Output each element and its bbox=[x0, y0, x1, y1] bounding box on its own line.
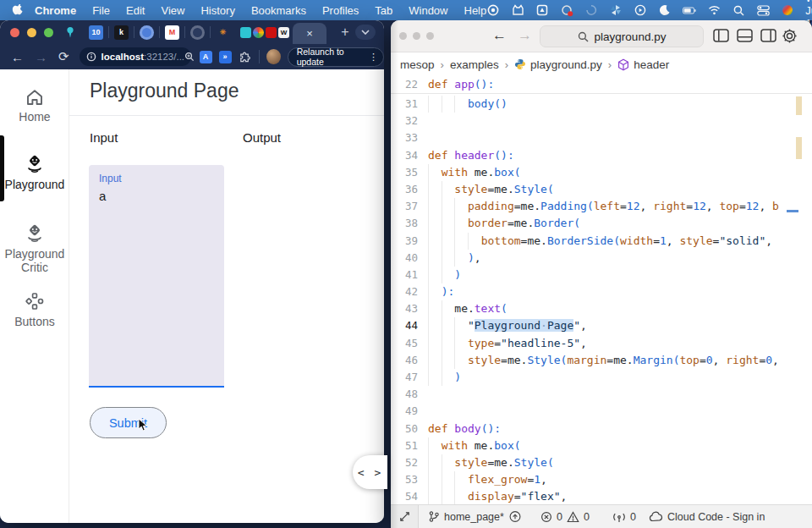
forward-button[interactable]: → bbox=[35, 50, 47, 64]
code-line-36[interactable]: 36style=me.Style( bbox=[391, 181, 812, 198]
menu-help[interactable]: Help bbox=[464, 4, 487, 17]
ide-search-bar[interactable]: playground.py bbox=[540, 25, 704, 47]
pinned-tab-favicon[interactable]: 10 bbox=[89, 25, 103, 40]
back-button[interactable]: ← bbox=[11, 50, 24, 64]
menu-view[interactable]: View bbox=[161, 4, 184, 17]
line-number[interactable]: 52 bbox=[391, 454, 428, 471]
extension-icon[interactable]: » bbox=[219, 51, 232, 63]
forwarded-ports-indicator[interactable]: 0 bbox=[612, 505, 636, 528]
reload-button[interactable]: ⟳ bbox=[58, 49, 69, 64]
pinned-tab-favicon[interactable]: k bbox=[114, 25, 129, 40]
code-line-51[interactable]: 51with me.box( bbox=[391, 437, 812, 454]
menu-file[interactable]: File bbox=[92, 4, 110, 17]
browser-menu-kebab-icon[interactable]: ⋮ bbox=[369, 52, 378, 63]
minimize-window-button[interactable] bbox=[27, 28, 36, 37]
box-upload-icon[interactable] bbox=[535, 3, 549, 17]
tab-search-chevron-button[interactable] bbox=[355, 25, 376, 40]
settings-gear-icon[interactable] bbox=[782, 28, 798, 44]
code-line-52[interactable]: 52style=me.Style( bbox=[391, 454, 812, 471]
toggle-bottom-panel-icon[interactable] bbox=[737, 29, 753, 42]
wifi-icon[interactable] bbox=[707, 3, 721, 17]
line-number[interactable]: 41 bbox=[391, 267, 428, 283]
collapse-panel-button[interactable] bbox=[391, 505, 419, 528]
shrunken-tab-favicon[interactable] bbox=[240, 27, 251, 38]
shrunken-tab-favicon[interactable]: W bbox=[278, 27, 289, 38]
line-number[interactable]: 50 bbox=[391, 421, 428, 437]
line-number[interactable]: 43 bbox=[391, 300, 428, 317]
line-number[interactable]: 34 bbox=[391, 147, 428, 164]
line-number[interactable]: 33 bbox=[391, 129, 428, 146]
code-editor[interactable]: 22def app(): 31body()323334def header():… bbox=[391, 76, 812, 504]
battery-icon[interactable] bbox=[683, 3, 696, 17]
pinned-tab-favicon[interactable]: ✳ bbox=[216, 25, 230, 40]
shrunken-tab-favicon[interactable] bbox=[253, 27, 264, 38]
zoom-page-icon[interactable] bbox=[184, 52, 195, 62]
code-line-53[interactable]: 53flex_grow=1, bbox=[391, 471, 812, 488]
toggle-right-panel-icon[interactable] bbox=[760, 29, 776, 42]
submit-button[interactable]: Submit bbox=[90, 407, 167, 438]
address-bar[interactable]: localhost:32123/... ☆ bbox=[80, 47, 191, 66]
translate-extension-icon[interactable]: A bbox=[200, 51, 212, 63]
menu-edit[interactable]: Edit bbox=[126, 4, 145, 17]
fullscreen-window-button[interactable] bbox=[44, 28, 53, 37]
code-line-50[interactable]: 50def body(): bbox=[391, 421, 812, 437]
menu-history[interactable]: History bbox=[200, 4, 234, 17]
spotlight-search-icon[interactable] bbox=[732, 3, 745, 17]
code-line-22[interactable]: 22def app(): bbox=[391, 76, 812, 93]
pushpin-icon[interactable] bbox=[65, 26, 75, 38]
code-line-31[interactable]: 31body() bbox=[391, 96, 812, 113]
line-number[interactable]: 49 bbox=[391, 403, 428, 420]
line-number[interactable]: 47 bbox=[391, 369, 428, 386]
code-line-48[interactable]: 48 bbox=[391, 386, 812, 403]
menu-bookmarks[interactable]: Bookmarks bbox=[251, 4, 306, 17]
ide-back-button[interactable]: ← bbox=[492, 27, 507, 44]
moon-icon[interactable] bbox=[658, 3, 672, 17]
line-number[interactable]: 51 bbox=[391, 437, 428, 454]
app-shortcut-icon[interactable] bbox=[511, 3, 524, 17]
menu-profiles[interactable]: Profiles bbox=[322, 4, 359, 17]
relaunch-to-update-button[interactable]: Relaunch to update ⋮ bbox=[288, 47, 384, 67]
git-branch-indicator[interactable]: home_page* bbox=[428, 505, 522, 528]
line-number[interactable]: 53 bbox=[391, 471, 428, 488]
pinned-tab-favicon[interactable]: M bbox=[165, 25, 179, 40]
site-info-icon[interactable] bbox=[86, 52, 96, 62]
assistant-icon[interactable] bbox=[781, 3, 794, 17]
line-number[interactable]: 44 bbox=[391, 317, 428, 334]
sidebar-item-home[interactable]: Home bbox=[0, 88, 69, 124]
shrunken-tab-favicon[interactable] bbox=[266, 27, 277, 38]
problems-indicator[interactable]: 0 0 bbox=[540, 505, 590, 528]
breadcrumb-item-header[interactable]: header bbox=[617, 58, 669, 71]
code-line-33[interactable]: 33 bbox=[391, 129, 812, 146]
prompt-textarea[interactable]: Input a bbox=[89, 165, 224, 388]
pinned-tab-favicon[interactable] bbox=[190, 25, 205, 40]
code-line-37[interactable]: 37padding=me.Padding(left=12, right=12, … bbox=[391, 198, 812, 215]
play-circle-icon[interactable] bbox=[634, 3, 647, 17]
sidebar-item-playground[interactable]: Playground bbox=[0, 154, 69, 191]
line-number[interactable]: 46 bbox=[391, 352, 428, 369]
menu-tab[interactable]: Tab bbox=[375, 4, 392, 17]
ide-window-controls[interactable] bbox=[399, 32, 434, 40]
line-number[interactable]: 39 bbox=[391, 233, 428, 250]
line-number[interactable]: 22 bbox=[391, 76, 428, 93]
code-line-47[interactable]: 47) bbox=[391, 369, 812, 386]
code-line-42[interactable]: 42): bbox=[391, 283, 812, 300]
cloud-code-signin[interactable]: Cloud Code - Sign in bbox=[649, 505, 765, 528]
code-line-49[interactable]: 49 bbox=[391, 403, 812, 420]
code-line-43[interactable]: 43me.text( bbox=[391, 300, 812, 317]
pinwheel-icon[interactable] bbox=[609, 3, 623, 17]
line-number[interactable]: 32 bbox=[391, 113, 428, 129]
code-line-44[interactable]: 44"Playground·Page", bbox=[391, 317, 812, 334]
faded-app-icon[interactable] bbox=[584, 3, 598, 17]
line-number[interactable]: 35 bbox=[391, 164, 428, 181]
toggle-left-panel-icon[interactable] bbox=[713, 29, 729, 42]
line-number[interactable]: 42 bbox=[391, 283, 428, 300]
code-line-45[interactable]: 45type="headline-5", bbox=[391, 335, 812, 352]
line-number[interactable]: 48 bbox=[391, 386, 428, 403]
profile-avatar[interactable] bbox=[266, 49, 280, 64]
publish-cloud-icon[interactable] bbox=[508, 510, 522, 523]
line-number[interactable]: 54 bbox=[391, 488, 428, 504]
sidebar-item-playground-critic[interactable]: Playground Critic bbox=[0, 223, 69, 274]
sticky-scroll-line[interactable]: 22def app(): bbox=[391, 76, 812, 94]
sidebar-item-buttons[interactable]: Buttons bbox=[0, 291, 69, 328]
active-tab[interactable]: × bbox=[293, 23, 326, 44]
